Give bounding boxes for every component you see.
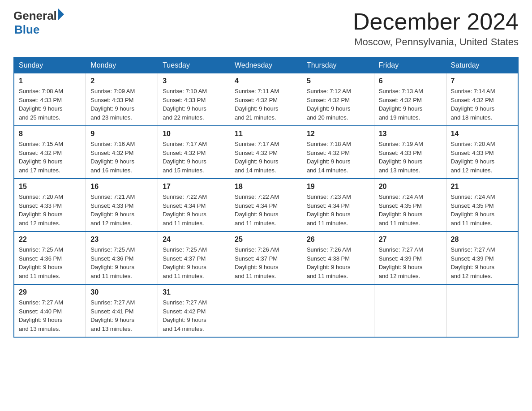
day-info: Sunrise: 7:10 AMSunset: 4:33 PMDaylight:… bbox=[163, 87, 225, 122]
calendar-cell: 30Sunrise: 7:27 AMSunset: 4:41 PMDayligh… bbox=[86, 284, 158, 337]
calendar-cell: 28Sunrise: 7:27 AMSunset: 4:39 PMDayligh… bbox=[446, 231, 518, 284]
logo-arrow-icon bbox=[58, 8, 64, 21]
calendar-cell: 21Sunrise: 7:24 AMSunset: 4:35 PMDayligh… bbox=[446, 179, 518, 231]
header-friday: Friday bbox=[374, 57, 446, 73]
calendar-cell: 24Sunrise: 7:25 AMSunset: 4:37 PMDayligh… bbox=[158, 231, 230, 284]
calendar-cell: 23Sunrise: 7:25 AMSunset: 4:36 PMDayligh… bbox=[86, 231, 158, 284]
day-number: 17 bbox=[163, 183, 225, 191]
calendar-week-row: 29Sunrise: 7:27 AMSunset: 4:40 PMDayligh… bbox=[14, 284, 518, 337]
day-info: Sunrise: 7:20 AMSunset: 4:33 PMDaylight:… bbox=[451, 140, 513, 175]
day-number: 15 bbox=[19, 183, 81, 191]
day-info: Sunrise: 7:21 AMSunset: 4:33 PMDaylight:… bbox=[90, 193, 153, 227]
header-monday: Monday bbox=[86, 57, 158, 73]
calendar-week-row: 15Sunrise: 7:20 AMSunset: 4:33 PMDayligh… bbox=[14, 179, 518, 231]
day-number: 8 bbox=[19, 130, 81, 138]
calendar-cell: 19Sunrise: 7:23 AMSunset: 4:34 PMDayligh… bbox=[302, 179, 374, 231]
day-number: 16 bbox=[90, 183, 153, 191]
day-info: Sunrise: 7:20 AMSunset: 4:33 PMDaylight:… bbox=[19, 193, 81, 227]
day-number: 28 bbox=[451, 235, 513, 244]
logo-container: General Blue bbox=[13, 9, 64, 37]
calendar-week-row: 8Sunrise: 7:15 AMSunset: 4:32 PMDaylight… bbox=[14, 126, 518, 179]
logo: General Blue bbox=[13, 9, 64, 37]
day-info: Sunrise: 7:13 AMSunset: 4:32 PMDaylight:… bbox=[379, 87, 442, 122]
day-number: 13 bbox=[379, 130, 442, 138]
title-block: December 2024 Moscow, Pennsylvania, Unit… bbox=[353, 9, 519, 48]
day-number: 26 bbox=[307, 235, 369, 244]
day-info: Sunrise: 7:08 AMSunset: 4:33 PMDaylight:… bbox=[19, 87, 81, 122]
day-number: 22 bbox=[19, 235, 81, 244]
day-info: Sunrise: 7:22 AMSunset: 4:34 PMDaylight:… bbox=[235, 193, 297, 227]
calendar-week-row: 1Sunrise: 7:08 AMSunset: 4:33 PMDaylight… bbox=[14, 73, 518, 126]
day-info: Sunrise: 7:26 AMSunset: 4:37 PMDaylight:… bbox=[235, 245, 297, 280]
day-info: Sunrise: 7:24 AMSunset: 4:35 PMDaylight:… bbox=[379, 193, 442, 227]
logo-blue-text: Blue bbox=[14, 23, 39, 37]
day-info: Sunrise: 7:18 AMSunset: 4:32 PMDaylight:… bbox=[307, 140, 369, 175]
calendar-cell: 13Sunrise: 7:19 AMSunset: 4:33 PMDayligh… bbox=[374, 126, 446, 179]
calendar-cell: 15Sunrise: 7:20 AMSunset: 4:33 PMDayligh… bbox=[14, 179, 86, 231]
calendar-cell: 9Sunrise: 7:16 AMSunset: 4:32 PMDaylight… bbox=[86, 126, 158, 179]
day-info: Sunrise: 7:17 AMSunset: 4:32 PMDaylight:… bbox=[163, 140, 225, 175]
day-number: 10 bbox=[163, 130, 225, 138]
calendar-cell: 17Sunrise: 7:22 AMSunset: 4:34 PMDayligh… bbox=[158, 179, 230, 231]
day-number: 23 bbox=[90, 235, 153, 244]
calendar-cell: 26Sunrise: 7:26 AMSunset: 4:38 PMDayligh… bbox=[302, 231, 374, 284]
day-number: 21 bbox=[451, 183, 513, 191]
logo-general-text: General bbox=[13, 9, 57, 23]
day-number: 29 bbox=[19, 288, 81, 296]
day-number: 3 bbox=[163, 77, 225, 85]
day-info: Sunrise: 7:27 AMSunset: 4:42 PMDaylight:… bbox=[163, 298, 225, 333]
calendar-cell bbox=[230, 284, 302, 337]
calendar-table: SundayMondayTuesdayWednesdayThursdayFrid… bbox=[13, 57, 519, 338]
page-header: General Blue December 2024 Moscow, Penns… bbox=[13, 9, 519, 48]
day-number: 12 bbox=[307, 130, 369, 138]
day-info: Sunrise: 7:27 AMSunset: 4:39 PMDaylight:… bbox=[451, 245, 513, 280]
header-sunday: Sunday bbox=[14, 57, 86, 73]
day-info: Sunrise: 7:25 AMSunset: 4:36 PMDaylight:… bbox=[90, 245, 153, 280]
calendar-cell: 12Sunrise: 7:18 AMSunset: 4:32 PMDayligh… bbox=[302, 126, 374, 179]
day-info: Sunrise: 7:25 AMSunset: 4:37 PMDaylight:… bbox=[163, 245, 225, 280]
calendar-cell: 1Sunrise: 7:08 AMSunset: 4:33 PMDaylight… bbox=[14, 73, 86, 126]
day-number: 11 bbox=[235, 130, 297, 138]
day-info: Sunrise: 7:25 AMSunset: 4:36 PMDaylight:… bbox=[19, 245, 81, 280]
day-number: 14 bbox=[451, 130, 513, 138]
day-number: 9 bbox=[90, 130, 153, 138]
calendar-cell: 22Sunrise: 7:25 AMSunset: 4:36 PMDayligh… bbox=[14, 231, 86, 284]
calendar-cell: 25Sunrise: 7:26 AMSunset: 4:37 PMDayligh… bbox=[230, 231, 302, 284]
calendar-cell bbox=[446, 284, 518, 337]
calendar-cell: 11Sunrise: 7:17 AMSunset: 4:32 PMDayligh… bbox=[230, 126, 302, 179]
calendar-cell: 14Sunrise: 7:20 AMSunset: 4:33 PMDayligh… bbox=[446, 126, 518, 179]
day-info: Sunrise: 7:19 AMSunset: 4:33 PMDaylight:… bbox=[379, 140, 442, 175]
calendar-cell: 20Sunrise: 7:24 AMSunset: 4:35 PMDayligh… bbox=[374, 179, 446, 231]
calendar-cell: 18Sunrise: 7:22 AMSunset: 4:34 PMDayligh… bbox=[230, 179, 302, 231]
calendar-header-row: SundayMondayTuesdayWednesdayThursdayFrid… bbox=[14, 57, 518, 73]
location-subtitle: Moscow, Pennsylvania, United States bbox=[353, 36, 519, 48]
logo-top-row: General bbox=[13, 9, 64, 23]
header-thursday: Thursday bbox=[302, 57, 374, 73]
day-info: Sunrise: 7:23 AMSunset: 4:34 PMDaylight:… bbox=[307, 193, 369, 227]
day-info: Sunrise: 7:24 AMSunset: 4:35 PMDaylight:… bbox=[451, 193, 513, 227]
day-info: Sunrise: 7:16 AMSunset: 4:32 PMDaylight:… bbox=[90, 140, 153, 175]
calendar-week-row: 22Sunrise: 7:25 AMSunset: 4:36 PMDayligh… bbox=[14, 231, 518, 284]
day-info: Sunrise: 7:26 AMSunset: 4:38 PMDaylight:… bbox=[307, 245, 369, 280]
header-tuesday: Tuesday bbox=[158, 57, 230, 73]
day-number: 31 bbox=[163, 288, 225, 296]
day-number: 4 bbox=[235, 77, 297, 85]
calendar-cell bbox=[302, 284, 374, 337]
calendar-cell: 10Sunrise: 7:17 AMSunset: 4:32 PMDayligh… bbox=[158, 126, 230, 179]
day-number: 1 bbox=[19, 77, 81, 85]
day-number: 25 bbox=[235, 235, 297, 244]
month-title: December 2024 bbox=[353, 9, 519, 34]
day-number: 20 bbox=[379, 183, 442, 191]
day-number: 6 bbox=[379, 77, 442, 85]
day-number: 24 bbox=[163, 235, 225, 244]
header-wednesday: Wednesday bbox=[230, 57, 302, 73]
day-info: Sunrise: 7:27 AMSunset: 4:40 PMDaylight:… bbox=[19, 298, 81, 333]
day-number: 30 bbox=[90, 288, 153, 296]
calendar-cell bbox=[374, 284, 446, 337]
day-info: Sunrise: 7:22 AMSunset: 4:34 PMDaylight:… bbox=[163, 193, 225, 227]
calendar-cell: 6Sunrise: 7:13 AMSunset: 4:32 PMDaylight… bbox=[374, 73, 446, 126]
calendar-cell: 5Sunrise: 7:12 AMSunset: 4:32 PMDaylight… bbox=[302, 73, 374, 126]
header-saturday: Saturday bbox=[446, 57, 518, 73]
calendar-cell: 2Sunrise: 7:09 AMSunset: 4:33 PMDaylight… bbox=[86, 73, 158, 126]
calendar-cell: 8Sunrise: 7:15 AMSunset: 4:32 PMDaylight… bbox=[14, 126, 86, 179]
